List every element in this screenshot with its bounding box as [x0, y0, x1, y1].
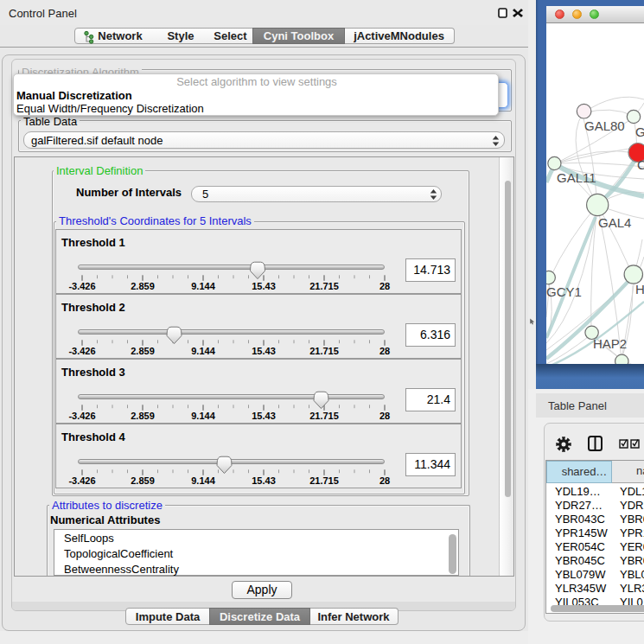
svg-text:GCY1: GCY1	[546, 284, 582, 299]
svg-text:C: C	[637, 157, 644, 172]
svg-text:GAL80: GAL80	[584, 118, 625, 133]
svg-text:H: H	[635, 282, 644, 296]
svg-text:HAP2: HAP2	[593, 336, 627, 351]
svg-text:G.: G.	[635, 124, 644, 139]
svg-text:GAL4: GAL4	[598, 215, 631, 230]
svg-text:GAL11: GAL11	[557, 170, 596, 185]
